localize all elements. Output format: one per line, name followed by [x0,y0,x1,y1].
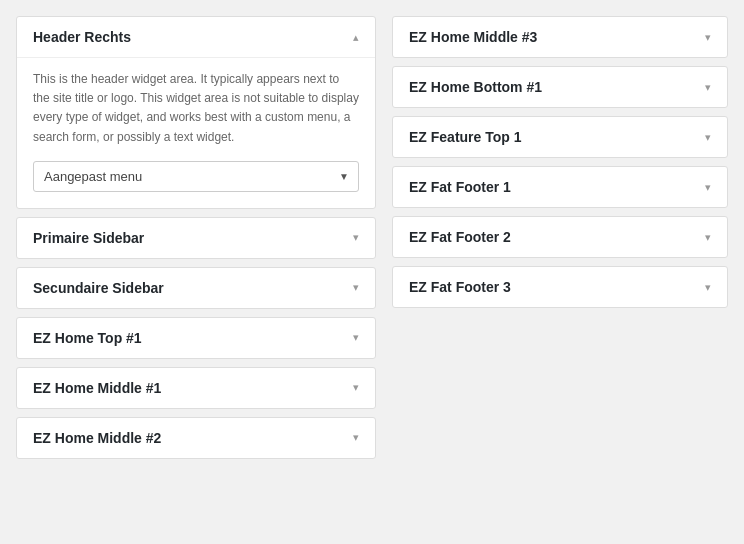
widget-area-primaire-sidebar: Primaire Sidebar ▾ [16,217,376,259]
widget-area-ez-fat-footer-3-toggle[interactable]: EZ Fat Footer 3 ▾ [393,267,727,307]
widget-area-secundaire-sidebar: Secundaire Sidebar ▾ [16,267,376,309]
widget-area-title: EZ Home Top #1 [33,330,142,346]
widget-area-ez-fat-footer-3: EZ Fat Footer 3 ▾ [392,266,728,308]
widget-area-ez-home-middle-3-toggle[interactable]: EZ Home Middle #3 ▾ [393,17,727,57]
widget-area-ez-home-middle-2: EZ Home Middle #2 ▾ [16,417,376,459]
left-column: Header Rechts ▴ This is the header widge… [16,16,376,528]
widget-area-ez-home-middle-1: EZ Home Middle #1 ▾ [16,367,376,409]
widget-area-title: EZ Feature Top 1 [409,129,522,145]
widget-area-ez-home-top-1: EZ Home Top #1 ▾ [16,317,376,359]
widget-area-ez-fat-footer-2-toggle[interactable]: EZ Fat Footer 2 ▾ [393,217,727,257]
chevron-down-icon: ▾ [705,81,711,94]
widget-area-ez-feature-top-1-toggle[interactable]: EZ Feature Top 1 ▾ [393,117,727,157]
chevron-up-icon: ▴ [353,31,359,44]
chevron-down-icon: ▾ [705,31,711,44]
widget-area-primaire-sidebar-toggle[interactable]: Primaire Sidebar ▾ [17,218,375,258]
widget-area-title: EZ Fat Footer 2 [409,229,511,245]
widget-area-ez-fat-footer-1-toggle[interactable]: EZ Fat Footer 1 ▾ [393,167,727,207]
widget-area-title: Header Rechts [33,29,131,45]
widget-area-ez-fat-footer-1: EZ Fat Footer 1 ▾ [392,166,728,208]
widget-area-description: This is the header widget area. It typic… [33,70,359,147]
chevron-down-icon: ▾ [353,331,359,344]
widget-area-ez-feature-top-1: EZ Feature Top 1 ▾ [392,116,728,158]
widget-area-title: EZ Home Middle #2 [33,430,161,446]
widget-area-ez-home-bottom-1: EZ Home Bottom #1 ▾ [392,66,728,108]
right-column: EZ Home Middle #3 ▾ EZ Home Bottom #1 ▾ … [392,16,728,528]
chevron-down-icon: ▾ [705,181,711,194]
menu-select-wrapper[interactable]: Aangepast menu [33,161,359,192]
widget-area-secundaire-sidebar-toggle[interactable]: Secundaire Sidebar ▾ [17,268,375,308]
widget-area-ez-fat-footer-2: EZ Fat Footer 2 ▾ [392,216,728,258]
widget-area-title: Secundaire Sidebar [33,280,164,296]
chevron-down-icon: ▾ [705,281,711,294]
widget-area-expanded-body: This is the header widget area. It typic… [17,58,375,208]
widget-area-ez-home-top-1-toggle[interactable]: EZ Home Top #1 ▾ [17,318,375,358]
widget-area-title: EZ Home Bottom #1 [409,79,542,95]
chevron-down-icon: ▾ [705,131,711,144]
menu-select[interactable]: Aangepast menu [33,161,359,192]
chevron-down-icon: ▾ [353,281,359,294]
widget-area-title: EZ Fat Footer 1 [409,179,511,195]
chevron-down-icon: ▾ [353,381,359,394]
widget-area-ez-home-bottom-1-toggle[interactable]: EZ Home Bottom #1 ▾ [393,67,727,107]
widget-area-title: EZ Home Middle #3 [409,29,537,45]
widget-area-title: EZ Fat Footer 3 [409,279,511,295]
widget-area-ez-home-middle-3: EZ Home Middle #3 ▾ [392,16,728,58]
widget-area-header-rechts-toggle[interactable]: Header Rechts ▴ [17,17,375,58]
widget-area-title: Primaire Sidebar [33,230,144,246]
widget-area-title: EZ Home Middle #1 [33,380,161,396]
widget-area-ez-home-middle-2-toggle[interactable]: EZ Home Middle #2 ▾ [17,418,375,458]
widget-area-ez-home-middle-1-toggle[interactable]: EZ Home Middle #1 ▾ [17,368,375,408]
chevron-down-icon: ▾ [353,431,359,444]
chevron-down-icon: ▾ [353,231,359,244]
chevron-down-icon: ▾ [705,231,711,244]
widget-area-header-rechts: Header Rechts ▴ This is the header widge… [16,16,376,209]
